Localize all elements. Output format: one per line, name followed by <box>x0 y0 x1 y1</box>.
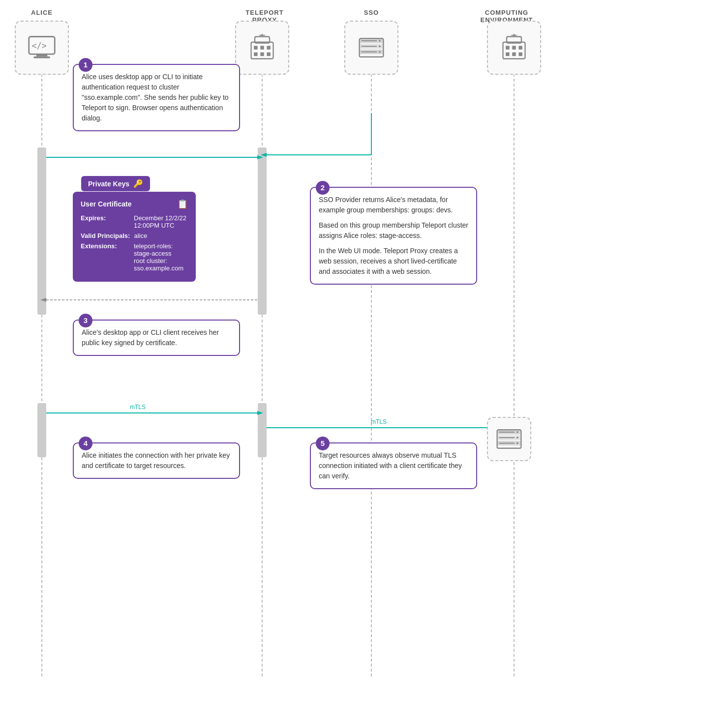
actor-icon-sso <box>344 21 398 75</box>
cert-principals-label: Valid Principals: <box>81 232 130 239</box>
svg-rect-51 <box>512 52 516 56</box>
svg-marker-16 <box>257 411 263 415</box>
actor-icon-alice: </> <box>15 21 69 75</box>
svg-rect-6 <box>37 403 46 457</box>
svg-rect-48 <box>512 46 516 50</box>
svg-rect-7 <box>258 403 267 457</box>
svg-rect-29 <box>267 46 271 50</box>
callout-number-3: 3 <box>79 314 92 327</box>
svg-rect-45 <box>503 42 525 59</box>
callout-2-text2: Based on this group membership Teleport … <box>319 220 468 241</box>
svg-rect-28 <box>260 46 264 50</box>
svg-rect-4 <box>37 147 46 315</box>
callout-number-4: 4 <box>79 437 92 450</box>
svg-rect-25 <box>251 42 273 59</box>
callout-5-text: Target resources always observe mutual T… <box>319 450 468 481</box>
callout-2-text1: SSO Provider returns Alice's metadata, f… <box>319 195 468 215</box>
svg-rect-47 <box>506 46 510 50</box>
callout-2: 2 SSO Provider returns Alice's metadata,… <box>310 187 477 285</box>
callout-1-text: Alice uses desktop app or CLI to initiat… <box>82 72 231 123</box>
callout-5: 5 Target resources always observe mutual… <box>310 442 477 489</box>
svg-rect-23 <box>33 57 50 59</box>
actor-icon-teleport <box>235 21 289 75</box>
svg-point-61 <box>516 442 518 444</box>
svg-marker-12 <box>261 153 267 157</box>
svg-rect-52 <box>518 52 522 56</box>
svg-text:</>: </> <box>31 41 46 51</box>
svg-marker-14 <box>40 298 46 302</box>
actor-label-alice: ALICE <box>15 9 69 16</box>
svg-rect-50 <box>506 52 510 56</box>
cert-box: User Certificate 📋 Expires: December 12/… <box>73 192 196 282</box>
svg-rect-27 <box>254 46 258 50</box>
cert-expires-value: December 12/2/22 12:00PM UTC <box>134 214 186 229</box>
svg-rect-5 <box>258 147 267 315</box>
callout-3: 3 Alice's desktop app or CLI client rece… <box>73 320 240 356</box>
actor-icon-computing-bottom <box>487 417 531 461</box>
callout-number-5: 5 <box>316 437 330 450</box>
svg-point-41 <box>379 51 381 53</box>
cert-extensions-value: teleport-roles: stage-access root cluste… <box>134 242 183 272</box>
callout-1: 1 Alice uses desktop app or CLI to initi… <box>73 64 240 131</box>
actor-icon-computing <box>487 21 541 75</box>
svg-point-60 <box>516 437 518 439</box>
actor-label-sso: SSO <box>344 9 398 16</box>
private-keys-label: Private Keys <box>88 180 129 188</box>
svg-point-59 <box>516 431 518 433</box>
svg-rect-32 <box>267 52 271 56</box>
callout-3-text: Alice's desktop app or CLI client receiv… <box>82 327 231 348</box>
svg-text:mTLS: mTLS <box>371 418 387 425</box>
svg-rect-30 <box>254 52 258 56</box>
callout-number-2: 2 <box>316 181 330 195</box>
svg-rect-49 <box>518 46 522 50</box>
key-icon: 🔑 <box>133 179 143 188</box>
cert-header: User Certificate 📋 <box>81 199 188 209</box>
svg-text:mTLS: mTLS <box>130 404 146 411</box>
cert-principals-row: Valid Principals: alice <box>81 232 188 239</box>
callout-4: 4 Alice initiates the connection with he… <box>73 442 240 479</box>
cert-extensions-row: Extensions: teleport-roles: stage-access… <box>81 242 188 272</box>
callout-2-text3: In the Web UI mode. Teleport Proxy creat… <box>319 246 468 277</box>
cert-extensions-label: Extensions: <box>81 242 130 272</box>
cert-expires-row: Expires: December 12/2/22 12:00PM UTC <box>81 214 188 229</box>
private-keys-badge: Private Keys 🔑 <box>81 176 150 191</box>
cert-principals-value: alice <box>134 232 147 239</box>
svg-point-40 <box>379 45 381 47</box>
cert-icon: 📋 <box>177 199 188 209</box>
cert-expires-label: Expires: <box>81 214 130 229</box>
svg-rect-31 <box>260 52 264 56</box>
cert-title: User Certificate <box>81 200 132 208</box>
callout-number-1: 1 <box>79 58 92 72</box>
callout-4-text: Alice initiates the connection with her … <box>82 450 231 471</box>
svg-marker-9 <box>257 155 263 159</box>
svg-point-39 <box>379 40 381 42</box>
diagram-container: mTLS mTLS ALICE </> TELEPORTPROXY SSO <box>0 0 728 704</box>
svg-rect-22 <box>36 54 48 57</box>
